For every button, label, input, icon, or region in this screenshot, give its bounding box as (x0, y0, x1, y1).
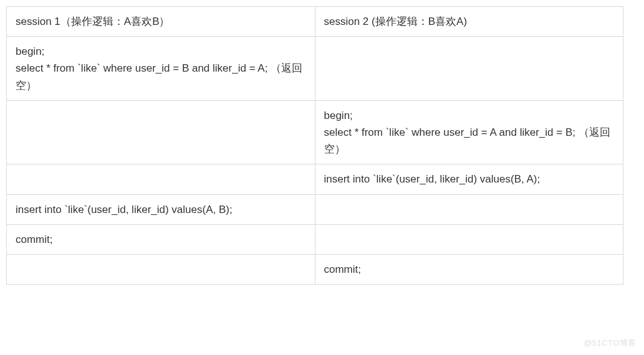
table-row: insert into `like`(user_id, liker_id) va… (7, 194, 623, 224)
cell-s2-step6: commit; (315, 254, 623, 284)
table-row: insert into `like`(user_id, liker_id) va… (7, 164, 623, 194)
cell-s1-step2 (7, 100, 315, 164)
cell-s1-step1: begin;select * from `like` where user_id… (7, 37, 315, 101)
cell-s2-step1 (315, 37, 623, 101)
cell-s1-step3 (7, 164, 315, 194)
table-row: begin;select * from `like` where user_id… (7, 100, 623, 164)
cell-s2-step2: begin;select * from `like` where user_id… (315, 100, 623, 164)
table-row: commit; (7, 254, 623, 284)
cell-s1-step4: insert into `like`(user_id, liker_id) va… (7, 194, 315, 224)
table-row: commit; (7, 224, 623, 254)
cell-s2-step3: insert into `like`(user_id, liker_id) va… (315, 164, 623, 194)
cell-s2-step4 (315, 194, 623, 224)
header-session-2: session 2 (操作逻辑：B喜欢A) (315, 7, 623, 37)
cell-s2-step5 (315, 224, 623, 254)
watermark: @51CTO博客 (584, 337, 637, 350)
table-header-row: session 1（操作逻辑：A喜欢B） session 2 (操作逻辑：B喜欢… (7, 7, 623, 37)
table-row: begin;select * from `like` where user_id… (7, 37, 623, 101)
cell-s1-step5: commit; (7, 224, 315, 254)
session-comparison-table: session 1（操作逻辑：A喜欢B） session 2 (操作逻辑：B喜欢… (6, 6, 623, 285)
header-session-1: session 1（操作逻辑：A喜欢B） (7, 7, 315, 37)
cell-s1-step6 (7, 254, 315, 284)
